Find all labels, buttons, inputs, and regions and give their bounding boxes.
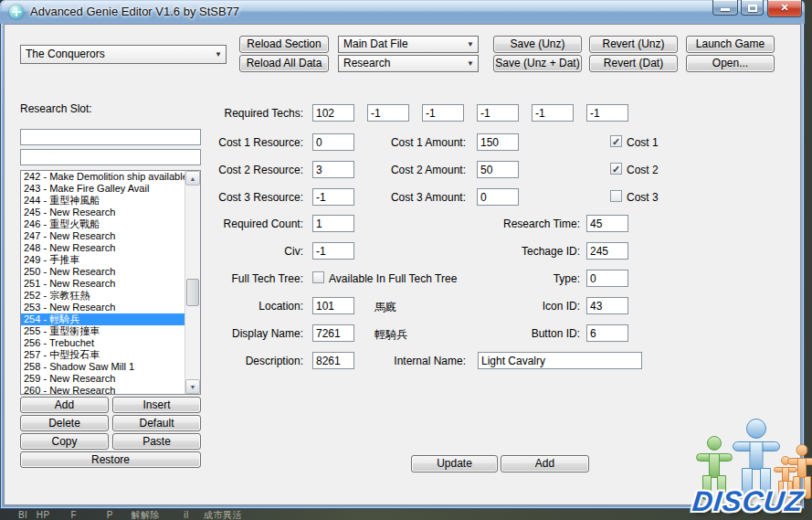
research-time-input[interactable] — [586, 215, 628, 232]
civ-label: Civ: — [175, 245, 303, 258]
button-id-label: Button ID: — [452, 327, 580, 340]
section-value: Research — [343, 57, 390, 69]
dat-file-combobox[interactable]: Main Dat File ▼ — [338, 36, 479, 53]
background-window-text: Bl HP F P 解解除 il 成市異活 — [18, 509, 242, 520]
list-item[interactable]: 250 - New Research — [21, 266, 185, 278]
launch-game-button[interactable]: Launch Game — [686, 36, 775, 53]
maximize-icon — [748, 5, 757, 12]
chevron-down-icon: ▼ — [467, 56, 474, 72]
required-count-input[interactable] — [312, 215, 354, 232]
revert-unz-button[interactable]: Revert (Unz) — [589, 36, 678, 53]
open-button[interactable]: Open... — [686, 55, 775, 72]
list-item[interactable]: 243 - Make Fire Galley Avail — [21, 183, 185, 195]
maximize-button[interactable] — [741, 0, 764, 16]
cost3-checkbox[interactable] — [610, 190, 622, 202]
research-slot-label: Research Slot: — [20, 102, 92, 115]
scroll-down-icon[interactable]: ▼ — [185, 379, 200, 394]
location-label: Location: — [175, 300, 303, 313]
techage-id-label: Techage ID: — [452, 245, 580, 258]
techage-id-input[interactable] — [586, 242, 628, 260]
research-filter-input[interactable] — [20, 129, 201, 145]
icon-id-label: Icon ID: — [452, 300, 580, 313]
button-id-input[interactable] — [586, 324, 628, 342]
list-item[interactable]: 255 - 重型衝撞車 — [21, 325, 185, 337]
required-tech-3-input[interactable] — [422, 104, 464, 122]
paste-button[interactable]: Paste — [112, 433, 201, 450]
cost2-checkbox[interactable]: ✓ — [610, 163, 622, 175]
save-unz-dat-button[interactable]: Save (Unz + Dat) — [493, 55, 582, 72]
research-filter-input-2[interactable] — [20, 149, 201, 165]
desktop: Bl HP F P 解解除 il 成市異活 Advanced Genie Edi… — [0, 0, 812, 520]
list-item[interactable]: 252 - 宗教狂熱 — [21, 290, 185, 302]
civ-input[interactable] — [312, 242, 354, 260]
required-tech-1-input[interactable] — [312, 104, 354, 122]
cost2-amount-label: Cost 2 Amount: — [338, 164, 466, 176]
cost1-checkbox[interactable]: ✓ — [610, 135, 622, 147]
section-combobox[interactable]: Research ▼ — [338, 55, 479, 72]
icon-id-input[interactable] — [586, 297, 628, 314]
list-item[interactable]: 249 - 手推車 — [21, 254, 185, 266]
list-item[interactable]: 259 - New Research — [21, 373, 185, 385]
location-input[interactable] — [312, 297, 354, 314]
cost3-checkbox-label: Cost 3 — [627, 191, 659, 204]
reload-all-data-button[interactable]: Reload All Data — [239, 55, 329, 72]
required-count-label: Required Count: — [175, 218, 303, 230]
game-version-value: The Conquerors — [26, 48, 105, 60]
discuz-watermark-text: DISCUZ — [691, 485, 805, 518]
list-item[interactable]: 257 - 中型投石車 — [21, 349, 185, 361]
display-name-resolved-text: 輕騎兵 — [374, 327, 407, 343]
save-unz-button[interactable]: Save (Unz) — [493, 36, 582, 53]
cost1-checkbox-label: Cost 1 — [627, 136, 659, 149]
list-item[interactable]: 254 - 輕騎兵 — [21, 313, 185, 325]
list-item[interactable]: 258 - Shadow Saw Mill 1 — [21, 361, 185, 373]
full-tech-tree-checkbox[interactable] — [312, 271, 324, 283]
list-item[interactable]: 242 - Make Demolition ship available — [21, 171, 185, 183]
game-version-combobox[interactable]: The Conquerors ▼ — [20, 45, 227, 64]
list-item[interactable]: 246 - 重型火戰船 — [21, 218, 185, 230]
required-tech-5-input[interactable] — [532, 104, 574, 122]
update-button[interactable]: Update — [411, 455, 498, 472]
list-item[interactable]: 248 - New Research — [21, 242, 185, 254]
list-item[interactable]: 253 - New Research — [21, 302, 185, 313]
required-tech-4-input[interactable] — [477, 104, 519, 122]
display-name-input[interactable] — [312, 324, 354, 342]
research-list[interactable]: 242 - Make Demolition ship available243 … — [20, 170, 201, 395]
list-item[interactable]: 244 - 重型神風船 — [21, 195, 185, 207]
research-list-items: 242 - Make Demolition ship available243 … — [21, 171, 185, 394]
required-techs-label: Required Techs: — [175, 107, 303, 120]
research-time-label: Research Time: — [452, 218, 580, 230]
internal-name-input[interactable] — [478, 352, 642, 369]
insert-button[interactable]: Insert — [112, 397, 201, 413]
type-input[interactable] — [586, 270, 628, 287]
required-tech-2-input[interactable] — [367, 104, 409, 122]
restore-button[interactable]: Restore — [20, 451, 201, 468]
add-button[interactable]: Add — [501, 455, 589, 472]
copy-button[interactable]: Copy — [20, 433, 109, 450]
cost3-resource-label: Cost 3 Resource: — [175, 191, 303, 204]
app-window: Advanced Genie Editor V1.6 by StSB77 ✕ T… — [0, 0, 805, 509]
cost3-amount-input[interactable] — [477, 188, 519, 206]
chevron-down-icon: ▼ — [467, 37, 474, 53]
cost2-amount-input[interactable] — [477, 161, 519, 178]
list-item[interactable]: 247 - New Research — [21, 230, 185, 242]
default-button[interactable]: Default — [112, 415, 201, 431]
required-tech-6-input[interactable] — [586, 104, 628, 122]
minimize-button[interactable] — [712, 0, 738, 16]
revert-dat-button[interactable]: Revert (Dat) — [589, 55, 678, 72]
titlebar[interactable]: Advanced Genie Editor V1.6 by StSB77 — [0, 0, 805, 24]
cost2-resource-label: Cost 2 Resource: — [175, 164, 303, 176]
delete-button[interactable]: Delete — [20, 415, 109, 431]
list-item[interactable]: 251 - New Research — [21, 278, 185, 290]
internal-name-label: Internal Name: — [338, 355, 466, 367]
close-button[interactable]: ✕ — [767, 0, 802, 17]
add-slot-button[interactable]: Add — [20, 397, 109, 413]
cost1-amount-input[interactable] — [477, 133, 519, 151]
display-name-label: Display Name: — [175, 327, 303, 340]
list-item[interactable]: 260 - New Research — [21, 385, 185, 394]
reload-section-button[interactable]: Reload Section — [239, 36, 329, 53]
type-label: Type: — [452, 272, 580, 285]
description-label: Description: — [175, 355, 303, 367]
dat-file-value: Main Dat File — [343, 37, 408, 50]
list-item[interactable]: 256 - Trebuchet — [21, 337, 185, 349]
list-item[interactable]: 245 - New Research — [21, 207, 185, 218]
